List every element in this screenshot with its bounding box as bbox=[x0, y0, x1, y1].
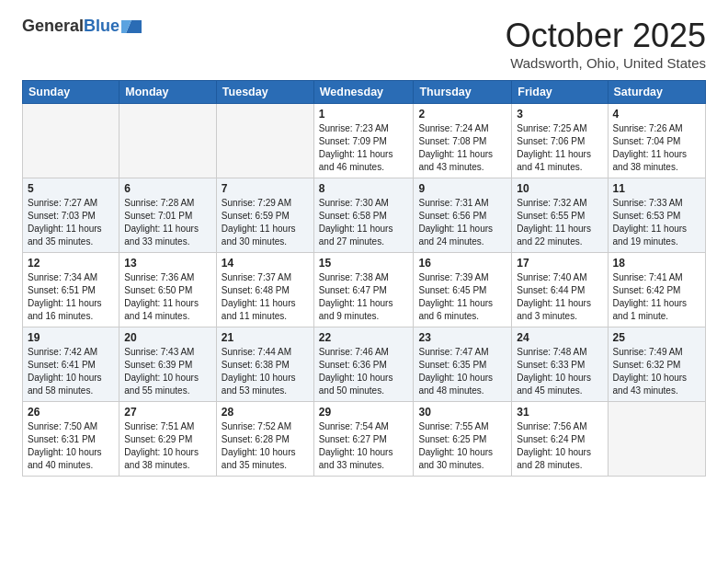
cell-content: Sunrise: 7:34 AM Sunset: 6:51 PM Dayligh… bbox=[28, 271, 114, 323]
table-row: 22Sunrise: 7:46 AM Sunset: 6:36 PM Dayli… bbox=[313, 327, 414, 402]
cell-content: Sunrise: 7:25 AM Sunset: 7:06 PM Dayligh… bbox=[517, 122, 602, 174]
day-number: 2 bbox=[418, 108, 506, 121]
cell-content: Sunrise: 7:39 AM Sunset: 6:45 PM Dayligh… bbox=[418, 271, 506, 323]
cell-content: Sunrise: 7:46 AM Sunset: 6:36 PM Dayligh… bbox=[319, 346, 409, 397]
day-number: 4 bbox=[613, 108, 700, 121]
cell-content: Sunrise: 7:55 AM Sunset: 6:25 PM Dayligh… bbox=[418, 420, 506, 472]
table-row: 16Sunrise: 7:39 AM Sunset: 6:45 PM Dayli… bbox=[414, 253, 512, 327]
table-row: 17Sunrise: 7:40 AM Sunset: 6:44 PM Dayli… bbox=[512, 253, 608, 327]
table-row: 20Sunrise: 7:43 AM Sunset: 6:39 PM Dayli… bbox=[119, 327, 217, 402]
cell-content: Sunrise: 7:24 AM Sunset: 7:08 PM Dayligh… bbox=[418, 122, 506, 174]
cell-content: Sunrise: 7:42 AM Sunset: 6:41 PM Dayligh… bbox=[28, 346, 114, 397]
table-row: 18Sunrise: 7:41 AM Sunset: 6:42 PM Dayli… bbox=[608, 253, 705, 327]
calendar: Sunday Monday Tuesday Wednesday Thursday… bbox=[22, 80, 706, 477]
cell-content: Sunrise: 7:27 AM Sunset: 7:03 PM Dayligh… bbox=[28, 197, 114, 248]
table-row: 8Sunrise: 7:30 AM Sunset: 6:58 PM Daylig… bbox=[313, 178, 414, 253]
cell-content: Sunrise: 7:51 AM Sunset: 6:29 PM Dayligh… bbox=[124, 420, 211, 472]
cell-content: Sunrise: 7:48 AM Sunset: 6:33 PM Dayligh… bbox=[517, 346, 602, 397]
table-row: 21Sunrise: 7:44 AM Sunset: 6:38 PM Dayli… bbox=[216, 327, 313, 402]
table-row: 19Sunrise: 7:42 AM Sunset: 6:41 PM Dayli… bbox=[23, 327, 119, 402]
cell-content: Sunrise: 7:23 AM Sunset: 7:09 PM Dayligh… bbox=[319, 122, 409, 174]
table-row: 7Sunrise: 7:29 AM Sunset: 6:59 PM Daylig… bbox=[216, 178, 313, 253]
cell-content: Sunrise: 7:50 AM Sunset: 6:31 PM Dayligh… bbox=[28, 420, 114, 472]
cell-content: Sunrise: 7:49 AM Sunset: 6:32 PM Dayligh… bbox=[613, 346, 700, 397]
day-number: 25 bbox=[613, 331, 700, 344]
col-monday: Monday bbox=[119, 81, 217, 104]
day-number: 22 bbox=[319, 331, 409, 344]
cell-content: Sunrise: 7:52 AM Sunset: 6:28 PM Dayligh… bbox=[222, 420, 309, 472]
cell-content: Sunrise: 7:29 AM Sunset: 6:59 PM Dayligh… bbox=[222, 197, 309, 248]
table-row: 25Sunrise: 7:49 AM Sunset: 6:32 PM Dayli… bbox=[608, 327, 705, 402]
cell-content: Sunrise: 7:30 AM Sunset: 6:58 PM Dayligh… bbox=[319, 197, 409, 248]
day-number: 24 bbox=[517, 331, 602, 344]
day-number: 5 bbox=[28, 182, 114, 195]
day-number: 3 bbox=[517, 108, 602, 121]
day-number: 21 bbox=[222, 331, 309, 344]
col-friday: Friday bbox=[512, 81, 608, 104]
table-row: 11Sunrise: 7:33 AM Sunset: 6:53 PM Dayli… bbox=[608, 178, 705, 253]
calendar-week-5: 26Sunrise: 7:50 AM Sunset: 6:31 PM Dayli… bbox=[23, 402, 706, 477]
table-row: 9Sunrise: 7:31 AM Sunset: 6:56 PM Daylig… bbox=[414, 178, 512, 253]
cell-content: Sunrise: 7:41 AM Sunset: 6:42 PM Dayligh… bbox=[613, 271, 700, 323]
table-row: 1Sunrise: 7:23 AM Sunset: 7:09 PM Daylig… bbox=[313, 104, 414, 178]
table-row: 14Sunrise: 7:37 AM Sunset: 6:48 PM Dayli… bbox=[216, 253, 313, 327]
cell-content: Sunrise: 7:40 AM Sunset: 6:44 PM Dayligh… bbox=[517, 271, 602, 323]
table-row: 29Sunrise: 7:54 AM Sunset: 6:27 PM Dayli… bbox=[313, 402, 414, 477]
table-row: 30Sunrise: 7:55 AM Sunset: 6:25 PM Dayli… bbox=[414, 402, 512, 477]
day-number: 28 bbox=[222, 406, 309, 419]
day-number: 9 bbox=[418, 182, 506, 195]
col-sunday: Sunday bbox=[23, 81, 119, 104]
day-number: 29 bbox=[319, 406, 409, 419]
table-row bbox=[216, 104, 313, 178]
calendar-week-2: 5Sunrise: 7:27 AM Sunset: 7:03 PM Daylig… bbox=[23, 178, 706, 253]
cell-content: Sunrise: 7:47 AM Sunset: 6:35 PM Dayligh… bbox=[418, 346, 506, 397]
calendar-body: 1Sunrise: 7:23 AM Sunset: 7:09 PM Daylig… bbox=[23, 104, 706, 477]
day-number: 1 bbox=[319, 108, 409, 121]
table-row: 26Sunrise: 7:50 AM Sunset: 6:31 PM Dayli… bbox=[23, 402, 119, 477]
logo-icon bbox=[121, 17, 142, 37]
table-row: 5Sunrise: 7:27 AM Sunset: 7:03 PM Daylig… bbox=[23, 178, 119, 253]
day-number: 16 bbox=[418, 257, 506, 270]
day-number: 12 bbox=[28, 257, 114, 270]
table-row: 2Sunrise: 7:24 AM Sunset: 7:08 PM Daylig… bbox=[414, 104, 512, 178]
day-number: 31 bbox=[517, 406, 602, 419]
cell-content: Sunrise: 7:54 AM Sunset: 6:27 PM Dayligh… bbox=[319, 420, 409, 472]
table-row: 23Sunrise: 7:47 AM Sunset: 6:35 PM Dayli… bbox=[414, 327, 512, 402]
day-number: 18 bbox=[613, 257, 700, 270]
calendar-week-3: 12Sunrise: 7:34 AM Sunset: 6:51 PM Dayli… bbox=[23, 253, 706, 327]
cell-content: Sunrise: 7:38 AM Sunset: 6:47 PM Dayligh… bbox=[319, 271, 409, 323]
day-number: 23 bbox=[418, 331, 506, 344]
cell-content: Sunrise: 7:36 AM Sunset: 6:50 PM Dayligh… bbox=[124, 271, 211, 323]
day-number: 6 bbox=[124, 182, 211, 195]
title-block: October 2025 Wadsworth, Ohio, United Sta… bbox=[506, 17, 706, 71]
table-row: 28Sunrise: 7:52 AM Sunset: 6:28 PM Dayli… bbox=[216, 402, 313, 477]
day-number: 27 bbox=[124, 406, 211, 419]
day-number: 15 bbox=[319, 257, 409, 270]
day-number: 13 bbox=[124, 257, 211, 270]
table-row bbox=[608, 402, 705, 477]
header: GeneralBlue October 2025 Wadsworth, Ohio… bbox=[22, 17, 706, 71]
day-number: 30 bbox=[418, 406, 506, 419]
logo: GeneralBlue bbox=[22, 17, 142, 37]
table-row: 3Sunrise: 7:25 AM Sunset: 7:06 PM Daylig… bbox=[512, 104, 608, 178]
cell-content: Sunrise: 7:26 AM Sunset: 7:04 PM Dayligh… bbox=[613, 122, 700, 174]
table-row: 4Sunrise: 7:26 AM Sunset: 7:04 PM Daylig… bbox=[608, 104, 705, 178]
table-row: 27Sunrise: 7:51 AM Sunset: 6:29 PM Dayli… bbox=[119, 402, 217, 477]
day-number: 19 bbox=[28, 331, 114, 344]
table-row: 31Sunrise: 7:56 AM Sunset: 6:24 PM Dayli… bbox=[512, 402, 608, 477]
calendar-week-1: 1Sunrise: 7:23 AM Sunset: 7:09 PM Daylig… bbox=[23, 104, 706, 178]
day-number: 17 bbox=[517, 257, 602, 270]
cell-content: Sunrise: 7:32 AM Sunset: 6:55 PM Dayligh… bbox=[517, 197, 602, 248]
day-number: 10 bbox=[517, 182, 602, 195]
header-row: Sunday Monday Tuesday Wednesday Thursday… bbox=[23, 81, 706, 104]
table-row: 24Sunrise: 7:48 AM Sunset: 6:33 PM Dayli… bbox=[512, 327, 608, 402]
cell-content: Sunrise: 7:44 AM Sunset: 6:38 PM Dayligh… bbox=[222, 346, 309, 397]
table-row: 13Sunrise: 7:36 AM Sunset: 6:50 PM Dayli… bbox=[119, 253, 217, 327]
table-row bbox=[119, 104, 217, 178]
calendar-header: Sunday Monday Tuesday Wednesday Thursday… bbox=[23, 81, 706, 104]
table-row: 10Sunrise: 7:32 AM Sunset: 6:55 PM Dayli… bbox=[512, 178, 608, 253]
calendar-week-4: 19Sunrise: 7:42 AM Sunset: 6:41 PM Dayli… bbox=[23, 327, 706, 402]
col-tuesday: Tuesday bbox=[216, 81, 313, 104]
logo-general: GeneralBlue bbox=[22, 17, 119, 36]
table-row bbox=[23, 104, 119, 178]
